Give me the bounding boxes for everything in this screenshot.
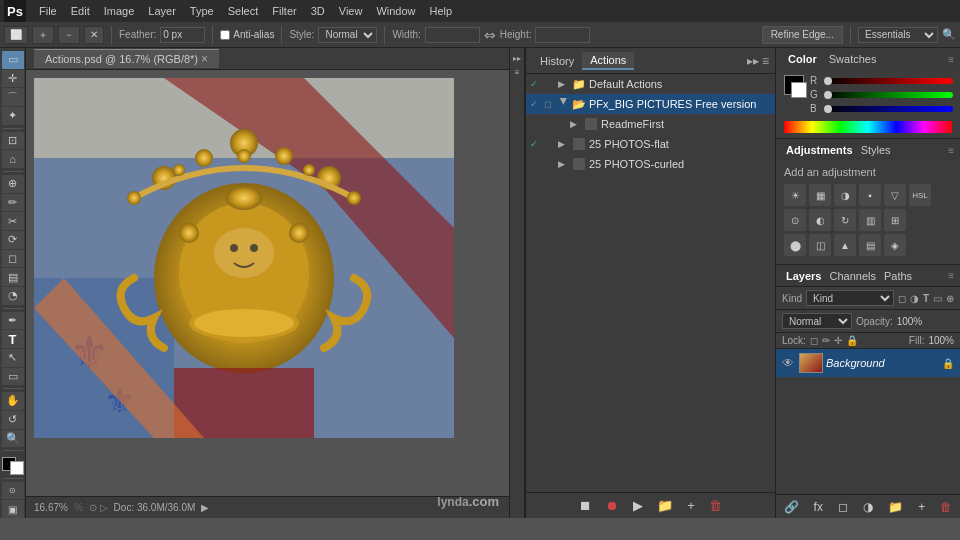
tool-eraser[interactable]: ◻ [2,250,24,268]
style-select[interactable]: Normal [318,27,377,43]
tab-adjustments[interactable]: Adjustments [782,144,857,156]
tool-intersect-btn[interactable]: ✕ [84,26,104,44]
adj-vibrance[interactable]: ▽ [884,184,906,206]
canvas-close-btn[interactable]: × [201,52,208,66]
tool-type[interactable]: T [2,330,24,348]
blend-mode-select[interactable]: Normal [782,313,852,329]
menu-filter[interactable]: Filter [265,3,303,19]
action-new-set-btn[interactable]: 📁 [653,496,677,515]
action-expand-1[interactable]: ▶ [558,79,570,89]
tab-paths[interactable]: Paths [880,270,916,282]
feather-input[interactable] [160,27,205,43]
layer-group-btn[interactable]: 📁 [888,500,903,514]
layer-fx-btn[interactable]: fx [814,500,823,514]
action-expand-5[interactable]: ▶ [558,159,570,169]
canvas-tab-item[interactable]: Actions.psd @ 16.7% (RGB/8*) × [34,49,219,68]
adj-exposure[interactable]: ▪ [859,184,881,206]
action-play-btn[interactable]: ▶ [629,496,647,515]
layer-row-background[interactable]: 👁 Background 🔒 [776,349,960,377]
menu-image[interactable]: Image [97,3,142,19]
action-row-readme[interactable]: ✓ ▶ ReadmeFirst [526,114,775,134]
filter-icon-pixel[interactable]: ◻ [898,293,906,304]
tool-brush[interactable]: ✏ [2,194,24,212]
filter-icon-type[interactable]: T [923,293,929,304]
action-row-default[interactable]: ✓ ▶ 📁 Default Actions [526,74,775,94]
tool-clone[interactable]: ✂ [2,212,24,230]
filter-icon-adjust[interactable]: ◑ [910,293,919,304]
action-delete-btn[interactable]: 🗑 [705,496,726,515]
panel-collapse-btn[interactable]: ▸▸ [747,54,759,68]
tool-mode-btn[interactable]: ⬜ [4,26,28,44]
color-panel-menu[interactable]: ≡ [948,54,954,65]
action-expand-4[interactable]: ▶ [558,139,570,149]
adj-levels[interactable]: ▦ [809,184,831,206]
lock-transparent-btn[interactable]: ◻ [810,335,818,346]
adj-gradient-map[interactable]: ▤ [859,234,881,256]
tab-swatches[interactable]: Swatches [823,53,883,65]
blue-slider[interactable] [824,106,953,112]
adj-panel-menu[interactable]: ≡ [948,145,954,156]
adj-color-lookup[interactable]: ⊞ [884,209,906,231]
anti-alias-checkbox[interactable] [220,30,230,40]
menu-file[interactable]: File [32,3,64,19]
red-slider[interactable] [824,78,953,84]
action-row-photos-curled[interactable]: ✓ ▶ 25 PHOTOS-curled [526,154,775,174]
tool-shape[interactable]: ▭ [2,368,24,386]
color-spectrum-bar[interactable] [784,121,952,133]
layers-panel-menu[interactable]: ≡ [948,270,954,281]
action-stop-btn[interactable]: ⏹ [575,496,596,515]
layer-adj-btn[interactable]: ◑ [863,500,873,514]
tool-add-btn[interactable]: ＋ [32,26,54,44]
tool-heal[interactable]: ⊕ [2,175,24,193]
workspace-search[interactable]: 🔍 [942,28,956,41]
action-row-pfx[interactable]: ✓ ◻ ▶ 📂 PFx_BIG PICTURES Free version [526,94,775,114]
swap-wh-btn[interactable]: ⇔ [484,27,496,43]
tool-crop[interactable]: ⊡ [2,132,24,150]
filter-kind-select[interactable]: Kind [806,290,894,306]
tab-actions[interactable]: Actions [582,52,634,70]
menu-edit[interactable]: Edit [64,3,97,19]
menu-3d[interactable]: 3D [304,3,332,19]
anti-alias-label[interactable]: Anti-alias [220,29,274,40]
tool-zoom[interactable]: 🔍 [2,430,24,448]
adj-channel-mixer[interactable]: ▥ [859,209,881,231]
menu-select[interactable]: Select [221,3,266,19]
tool-dodge[interactable]: ◔ [2,287,24,305]
tool-color-picker[interactable] [2,457,24,475]
adj-curves[interactable]: ◑ [834,184,856,206]
adj-bw[interactable]: ◐ [809,209,831,231]
tool-rotate[interactable]: ↺ [2,411,24,429]
lock-all-btn[interactable]: 🔒 [846,335,858,346]
filter-icon-shape[interactable]: ▭ [933,293,942,304]
action-record-btn[interactable]: ⏺ [602,496,623,515]
action-row-photos-flat[interactable]: ✓ ▶ 25 PHOTOS-flat [526,134,775,154]
color-fg-bg[interactable] [784,75,804,103]
background-swatch[interactable] [791,82,807,98]
adj-invert[interactable]: ⬤ [784,234,806,256]
adj-posterize[interactable]: ◫ [809,234,831,256]
background-color[interactable] [10,461,24,475]
foreground-swatch[interactable] [784,75,804,95]
tab-styles[interactable]: Styles [857,144,895,156]
action-expand-3[interactable]: ▶ [570,119,582,129]
mini-btn-2[interactable]: ≡ [511,66,523,78]
tool-magic-wand[interactable]: ✦ [2,107,24,125]
layer-visibility-btn[interactable]: 👁 [782,356,796,370]
layer-mask-btn[interactable]: ◻ [838,500,848,514]
adj-hue[interactable]: HSL [909,184,931,206]
tool-sub-btn[interactable]: － [58,26,80,44]
adj-threshold[interactable]: ▲ [834,234,856,256]
mini-btn-1[interactable]: ▸▸ [511,52,523,64]
tool-screen-mode[interactable]: ▣ [2,500,24,518]
adj-selective-color[interactable]: ◈ [884,234,906,256]
tab-channels[interactable]: Channels [825,270,879,282]
tool-marquee[interactable]: ▭ [2,51,24,69]
lock-position-btn[interactable]: ✛ [834,335,842,346]
lock-pixels-btn[interactable]: ✏ [822,335,830,346]
layer-delete-btn[interactable]: 🗑 [940,500,952,514]
status-arrow[interactable]: ▶ [201,502,209,513]
tab-color[interactable]: Color [782,53,823,65]
menu-window[interactable]: Window [369,3,422,19]
green-slider[interactable] [824,92,953,98]
layer-link-btn[interactable]: 🔗 [784,500,799,514]
